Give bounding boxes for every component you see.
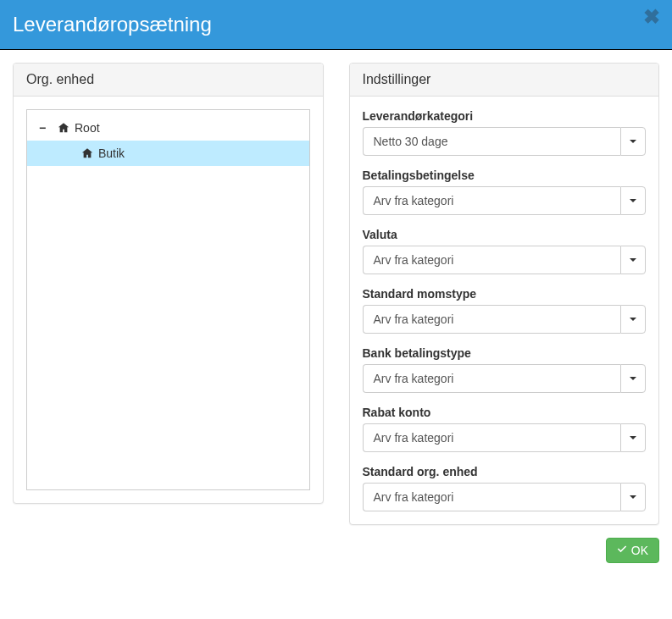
field-label: Valuta — [363, 228, 647, 241]
home-icon — [58, 122, 69, 134]
settings-panel-title: Indstillinger — [350, 64, 659, 97]
payment-terms-select[interactable]: Arv fra kategori — [363, 186, 647, 215]
field-supplier-category: Leverandørkategori Netto 30 dage — [363, 109, 647, 156]
tree-node-label: Root — [75, 121, 100, 135]
default-org-unit-select[interactable]: Arv fra kategori — [363, 483, 647, 511]
select-value: Arv fra kategori — [363, 186, 621, 215]
home-icon — [81, 147, 93, 159]
select-value: Arv fra kategori — [363, 305, 621, 334]
field-label: Bank betalingstype — [363, 346, 647, 360]
field-currency: Valuta Arv fra kategori — [363, 228, 647, 274]
field-label: Leverandørkategori — [363, 109, 647, 123]
tree-node-butik[interactable]: Butik — [27, 141, 309, 166]
select-value: Arv fra kategori — [363, 423, 621, 452]
tree-node-label: Butik — [98, 146, 125, 160]
select-value: Arv fra kategori — [363, 246, 621, 274]
modal-footer: OK — [0, 538, 672, 576]
ok-button-label: OK — [631, 544, 648, 557]
select-value: Arv fra kategori — [363, 483, 621, 511]
bank-payment-type-select[interactable]: Arv fra kategori — [363, 364, 647, 393]
discount-account-select[interactable]: Arv fra kategori — [363, 423, 647, 452]
currency-select[interactable]: Arv fra kategori — [363, 246, 647, 274]
field-label: Standard momstype — [363, 287, 647, 301]
field-label: Rabat konto — [363, 406, 647, 419]
close-icon[interactable]: ✖ — [643, 7, 660, 27]
org-tree: − Root Butik — [26, 109, 310, 490]
chevron-down-icon[interactable] — [620, 246, 646, 274]
field-label: Standard org. enhed — [363, 465, 647, 478]
field-default-vat: Standard momstype Arv fra kategori — [363, 287, 647, 334]
supplier-category-select[interactable]: Netto 30 dage — [363, 127, 647, 156]
modal-header: Leverandøropsætning ✖ — [0, 0, 672, 50]
field-discount-account: Rabat konto Arv fra kategori — [363, 406, 647, 452]
chevron-down-icon[interactable] — [620, 305, 646, 334]
modal-title: Leverandøropsætning — [13, 13, 659, 36]
chevron-down-icon[interactable] — [620, 127, 646, 156]
org-unit-panel: Org. enhed − Root Butik — [13, 63, 324, 504]
field-label: Betalingsbetingelse — [363, 169, 647, 182]
org-unit-panel-body: − Root Butik — [14, 97, 323, 503]
select-value: Arv fra kategori — [363, 364, 621, 393]
field-payment-terms: Betalingsbetingelse Arv fra kategori — [363, 169, 647, 215]
settings-panel: Indstillinger Leverandørkategori Netto 3… — [349, 63, 660, 525]
ok-button[interactable]: OK — [606, 538, 659, 563]
chevron-down-icon[interactable] — [620, 423, 646, 452]
collapse-icon[interactable]: − — [34, 121, 51, 135]
settings-panel-body: Leverandørkategori Netto 30 dage Betalin… — [350, 97, 659, 524]
default-vat-select[interactable]: Arv fra kategori — [363, 305, 647, 334]
field-default-org-unit: Standard org. enhed Arv fra kategori — [363, 465, 647, 511]
chevron-down-icon[interactable] — [620, 483, 646, 511]
modal-body: Org. enhed − Root Butik — [0, 50, 672, 538]
check-icon — [617, 544, 627, 557]
select-value: Netto 30 dage — [363, 127, 621, 156]
org-unit-panel-title: Org. enhed — [14, 64, 323, 97]
chevron-down-icon[interactable] — [620, 364, 646, 393]
tree-node-root[interactable]: − Root — [27, 115, 309, 141]
supplier-setup-modal: Leverandøropsætning ✖ Org. enhed − Root — [0, 0, 672, 576]
chevron-down-icon[interactable] — [620, 186, 646, 215]
field-bank-payment-type: Bank betalingstype Arv fra kategori — [363, 346, 647, 393]
